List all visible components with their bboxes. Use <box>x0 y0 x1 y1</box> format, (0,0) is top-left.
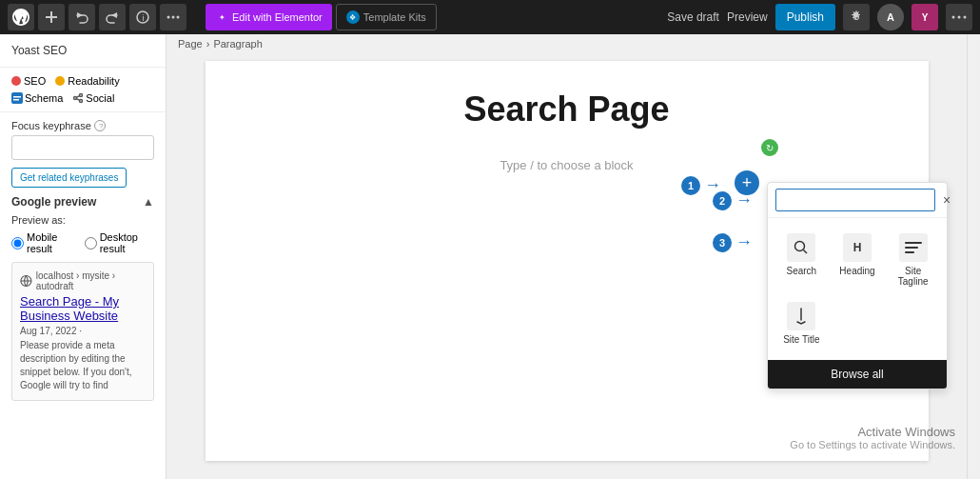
step3-arrow: → <box>735 232 753 252</box>
get-related-keyphrases-btn[interactable]: Get related keyphrases <box>11 168 127 188</box>
preview-url-text: localhost › mysite › autodraft <box>36 270 146 291</box>
block-results-grid: Search H Heading Site Tagline <box>768 218 947 360</box>
publish-btn[interactable]: Publish <box>775 4 835 30</box>
right-strip <box>967 34 980 479</box>
green-circle: ↻ <box>761 139 778 156</box>
readability-dot <box>55 76 65 86</box>
svg-point-17 <box>795 242 805 251</box>
svg-point-6 <box>958 16 961 19</box>
yoast-header: Yoast SEO <box>0 34 166 68</box>
help-icon: ? <box>94 120 106 131</box>
page-title-area: Search Page <box>206 61 929 139</box>
step2-badge: 2 <box>713 191 732 210</box>
svg-point-13 <box>80 100 83 103</box>
heading-block-icon: H <box>843 233 872 262</box>
preview-btn[interactable]: Preview <box>727 10 768 24</box>
block-item-site-tagline[interactable]: Site Tagline <box>887 228 939 292</box>
activate-windows-title: Activate Windows <box>790 425 955 439</box>
yoast-content: Focus keyphrase ? Get related keyphrases… <box>0 112 166 479</box>
svg-point-7 <box>964 16 967 19</box>
preview-date: Aug 17, 2022 · <box>20 326 146 336</box>
social-icon <box>72 92 84 104</box>
add-block-btn[interactable] <box>38 4 65 30</box>
preview-url-row: localhost › mysite › autodraft <box>20 270 146 291</box>
page-title[interactable]: Search Page <box>244 90 891 130</box>
block-search-popover: 2 → search × 3 → Search <box>767 182 948 389</box>
seo-status-dot <box>11 76 21 86</box>
activate-windows-subtitle: Go to Settings to activate Windows. <box>790 439 955 450</box>
readability-tab[interactable]: Readability <box>51 73 123 89</box>
step2-group: 2 → <box>713 190 753 210</box>
block-item-search[interactable]: Search <box>775 228 828 292</box>
breadcrumb-paragraph[interactable]: Paragraph <box>213 38 262 50</box>
block-item-heading[interactable]: H Heading <box>832 228 884 292</box>
elementor-label: Edit with Elementor <box>232 11 323 23</box>
edit-elementor-btn[interactable]: ✦ Edit with Elementor <box>206 4 332 30</box>
schema-tab[interactable]: Schema <box>8 90 67 106</box>
info-btn[interactable]: i <box>129 4 156 30</box>
svg-point-5 <box>952 16 955 19</box>
preview-mode-group: Mobile result Desktop result <box>11 231 154 254</box>
elementor-icon: ✦ <box>215 10 228 24</box>
social-tab[interactable]: Social <box>69 90 118 106</box>
toolbar-right: Save draft Preview Publish A Y <box>667 4 972 30</box>
svg-rect-8 <box>11 92 23 104</box>
popover-clear-btn[interactable]: × <box>941 192 952 208</box>
site-title-icon <box>787 302 815 330</box>
schema-label: Schema <box>25 92 63 104</box>
step1-badge: 1 <box>681 176 700 195</box>
collapse-btn[interactable]: ▲ <box>143 195 154 209</box>
google-preview-section: Google preview ▲ <box>11 195 154 209</box>
save-draft-btn[interactable]: Save draft <box>667 10 719 24</box>
tagline-block-icon <box>899 233 928 262</box>
svg-point-11 <box>80 94 83 97</box>
google-preview-label: Google preview <box>11 195 96 209</box>
more-options-btn[interactable] <box>160 4 186 30</box>
template-kits-btn[interactable]: ❖ Template Kits <box>336 4 437 30</box>
template-kits-label: Template Kits <box>363 11 426 23</box>
schema-icon <box>11 92 23 104</box>
search-block-icon <box>787 233 815 262</box>
more-menu-btn[interactable] <box>946 4 972 30</box>
undo-btn[interactable] <box>69 4 95 30</box>
svg-rect-18 <box>905 242 922 244</box>
site-title-label: Site Title <box>783 334 819 345</box>
focus-keyphrase-label: Focus keyphrase ? <box>11 120 154 131</box>
svg-rect-20 <box>905 251 914 253</box>
step3-group: 3 → <box>713 232 753 252</box>
svg-rect-9 <box>13 96 21 98</box>
step2-arrow: → <box>735 190 753 210</box>
breadcrumb-separator: › <box>206 38 210 50</box>
toolbar-left: i ✦ Edit with Elementor ❖ Template Kits <box>8 4 437 30</box>
step3-badge: 3 <box>713 233 732 252</box>
yoast-btn[interactable]: Y <box>911 4 938 30</box>
svg-point-3 <box>172 16 175 19</box>
readability-label: Readability <box>68 75 119 87</box>
yoast-tabs: SEO Readability Schema Social <box>0 68 166 112</box>
redo-btn[interactable] <box>99 4 126 30</box>
preview-as-label: Preview as: <box>11 214 154 226</box>
seo-tab[interactable]: SEO <box>8 73 49 89</box>
tagline-block-label: Site Tagline <box>891 266 935 287</box>
block-search-input[interactable]: search <box>775 189 935 211</box>
browse-all-btn[interactable]: Browse all <box>768 360 947 389</box>
main-area: Yoast SEO SEO Readability Schema Social … <box>0 34 980 479</box>
seo-tab-label: SEO <box>24 75 46 87</box>
google-preview-box: localhost › mysite › autodraft Search Pa… <box>11 262 154 401</box>
wp-logo[interactable] <box>8 4 34 30</box>
svg-point-12 <box>74 97 77 100</box>
avatar-btn[interactable]: A <box>877 4 904 30</box>
block-item-site-title[interactable]: Site Title <box>775 296 828 350</box>
svg-point-4 <box>177 16 180 19</box>
svg-rect-10 <box>13 99 19 101</box>
template-icon: ❖ <box>346 10 360 24</box>
settings-btn[interactable] <box>843 4 870 30</box>
keyphrase-input[interactable] <box>11 135 154 160</box>
preview-title[interactable]: Search Page - My Business Website <box>20 294 146 323</box>
breadcrumb-page[interactable]: Page <box>178 38 203 50</box>
svg-text:?: ? <box>99 122 104 130</box>
globe-icon <box>20 274 32 288</box>
desktop-result-radio[interactable]: Desktop result <box>85 231 154 254</box>
activate-windows-watermark: Activate Windows Go to Settings to activ… <box>790 425 955 450</box>
mobile-result-radio[interactable]: Mobile result <box>11 231 75 254</box>
